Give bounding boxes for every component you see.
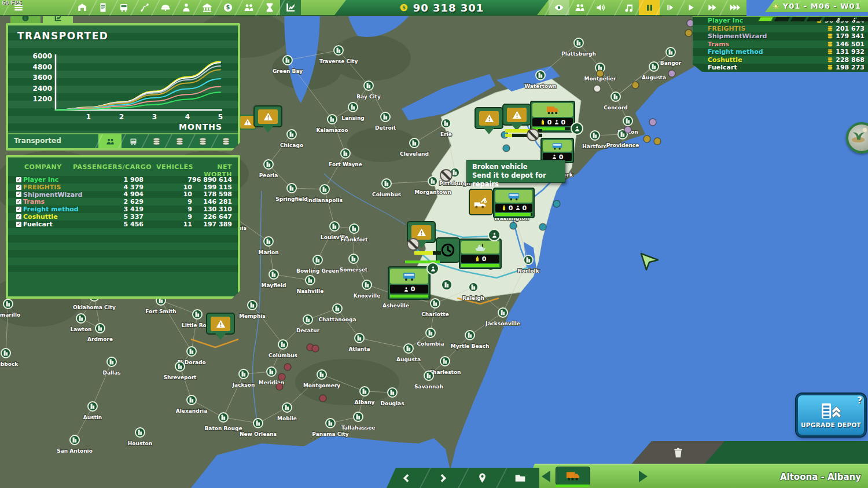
passenger-stop-marker[interactable] — [571, 122, 583, 135]
svg-text:Chicago: Chicago — [280, 142, 303, 148]
upgrade-depot-button[interactable]: ? UPGRADE DEPOT — [796, 394, 866, 436]
vehicle-dot[interactable] — [624, 126, 631, 133]
vehicle-dot[interactable] — [597, 70, 604, 77]
table-row[interactable]: ✓ShipmentWizard4 90410178 598 — [8, 191, 238, 199]
vehicle-dot[interactable] — [668, 70, 675, 77]
coins-icon — [175, 137, 184, 146]
vehicle-dot[interactable] — [649, 119, 656, 126]
networth-value: 146 281 — [182, 198, 232, 206]
bus-icon — [395, 270, 423, 282]
company-table-panel: COMPANY PASSENGERS/CARGO VEHICLES NET WO… — [6, 155, 240, 299]
table-row[interactable]: ✓Trams2 6299146 281 — [8, 198, 238, 206]
metric-profit-tab[interactable] — [191, 134, 214, 148]
vehicle-dot[interactable] — [278, 373, 285, 380]
tow-truck-button[interactable] — [469, 189, 493, 215]
company-visibility-checkbox[interactable]: ✓ — [16, 207, 21, 212]
passenger-icon — [403, 287, 409, 292]
speaker-icon — [595, 2, 606, 13]
leaderboard-row[interactable]: Fuelcart198 273 — [693, 64, 868, 72]
staff-icon — [181, 2, 192, 13]
svg-text:Lansing: Lansing — [341, 115, 365, 121]
history-forward-button[interactable] — [425, 468, 463, 488]
person-icon — [574, 126, 580, 132]
warning-badge[interactable] — [253, 105, 282, 127]
svg-text:Marion: Marion — [258, 249, 278, 255]
vehicle-bottom-bar: Altoona - Albany — [524, 464, 868, 488]
depot-folder-button[interactable] — [501, 468, 539, 488]
warning-icon — [211, 317, 230, 331]
company-visibility-checkbox[interactable]: ✓ — [16, 185, 21, 190]
svg-text:Augusta: Augusta — [642, 75, 666, 80]
vehicle-dot[interactable] — [510, 222, 517, 229]
metric-income-tab[interactable] — [145, 134, 168, 148]
leaderboard-row[interactable]: Freight method131 932 — [693, 48, 868, 56]
toolbar-statistics-button[interactable] — [280, 0, 301, 15]
warning-badge[interactable] — [502, 104, 531, 126]
networth-value: 199 115 — [182, 184, 232, 191]
vehicle-dot[interactable] — [276, 383, 283, 390]
coins-icon — [827, 49, 833, 55]
vehicle-dot[interactable] — [685, 30, 692, 36]
vehicle-dot[interactable] — [553, 200, 560, 207]
warning-badge[interactable] — [206, 313, 235, 335]
warning-badge[interactable] — [475, 107, 503, 129]
vehicle-card[interactable]: 00 — [530, 101, 575, 133]
passenger-stop-marker[interactable] — [488, 229, 501, 241]
metric-passengers-tab[interactable] — [98, 134, 122, 148]
leaderboard-row[interactable]: Coshuttle228 868 — [693, 56, 868, 64]
prev-vehicle-button[interactable] — [542, 471, 550, 482]
vehicle-card[interactable]: 0 — [388, 266, 431, 300]
metric-value-tab[interactable] — [214, 134, 238, 148]
company-visibility-checkbox[interactable]: ✓ — [16, 192, 21, 197]
selected-vehicle-button[interactable] — [556, 467, 590, 485]
networth-value: 96 890 614 — [182, 176, 232, 184]
vehicle-dot[interactable] — [319, 395, 326, 402]
company-visibility-checkbox[interactable]: ✓ — [16, 222, 21, 227]
vehicle-card[interactable]: 0 — [459, 239, 502, 269]
help-badge[interactable]: ? — [857, 395, 862, 406]
speed-4-button[interactable] — [723, 0, 746, 15]
company-visibility-checkbox[interactable]: ✓ — [16, 214, 21, 219]
vehicle-dot[interactable] — [632, 82, 639, 89]
company-name: Player Inc — [23, 176, 58, 184]
table-row[interactable]: ✓Player Inc1 908796 890 614 — [8, 176, 238, 184]
vehicle-dot[interactable] — [539, 223, 546, 230]
company-visibility-checkbox[interactable]: ✓ — [16, 199, 21, 204]
vehicle-card[interactable]: 00 — [493, 188, 535, 218]
svg-text:Kalamazoo: Kalamazoo — [316, 127, 348, 133]
table-row[interactable]: ✓Fuelcart5 45611197 389 — [8, 221, 238, 228]
passenger-stop-marker[interactable] — [426, 262, 439, 275]
vehicle-dot[interactable] — [503, 145, 510, 152]
table-row[interactable]: ✓Freight method3 4199130 310 — [8, 206, 238, 213]
metric-expenses-tab[interactable] — [168, 134, 191, 148]
upgrade-depot-icon — [819, 402, 843, 420]
vehicle-dot[interactable] — [284, 364, 291, 370]
locate-button[interactable] — [463, 468, 501, 488]
leaderboard-row[interactable]: ShipmentWizard179 341 — [693, 32, 868, 41]
vehicle-dot[interactable] — [654, 138, 661, 145]
company-name: Trams — [23, 198, 45, 206]
truck-icon — [539, 104, 566, 116]
chart-footer: Transported — [8, 133, 238, 148]
competitors-icon — [244, 2, 254, 13]
table-row[interactable]: ✓Coshuttle5 3379226 647 — [8, 213, 238, 221]
company-name: Freight method — [23, 206, 79, 213]
svg-text:1: 1 — [86, 113, 91, 121]
vehicle-dot[interactable] — [643, 135, 650, 142]
statistics-icon — [285, 2, 296, 13]
vehicle-dot[interactable] — [312, 345, 319, 352]
leaderboard-row[interactable]: FREIGHTIS201 673 — [693, 25, 868, 33]
pause-icon — [645, 3, 654, 12]
tooltip-line1: Broken vehicle — [472, 163, 560, 171]
vehicle-dot[interactable] — [594, 85, 601, 92]
svg-text:Ardmore: Ardmore — [87, 336, 113, 342]
wait-time-button[interactable] — [436, 237, 460, 263]
sound-button[interactable] — [590, 0, 611, 15]
next-vehicle-button[interactable] — [639, 471, 648, 482]
company-name: ShipmentWizard — [23, 191, 82, 199]
leaderboard-row[interactable]: Trams146 501 — [693, 41, 868, 49]
sun-icon: ☀ — [772, 2, 779, 11]
metric-vehicles-tab[interactable] — [122, 134, 145, 148]
company-visibility-checkbox[interactable]: ✓ — [16, 177, 21, 182]
table-row[interactable]: ✓FREIGHTIS4 37910199 115 — [8, 184, 238, 191]
